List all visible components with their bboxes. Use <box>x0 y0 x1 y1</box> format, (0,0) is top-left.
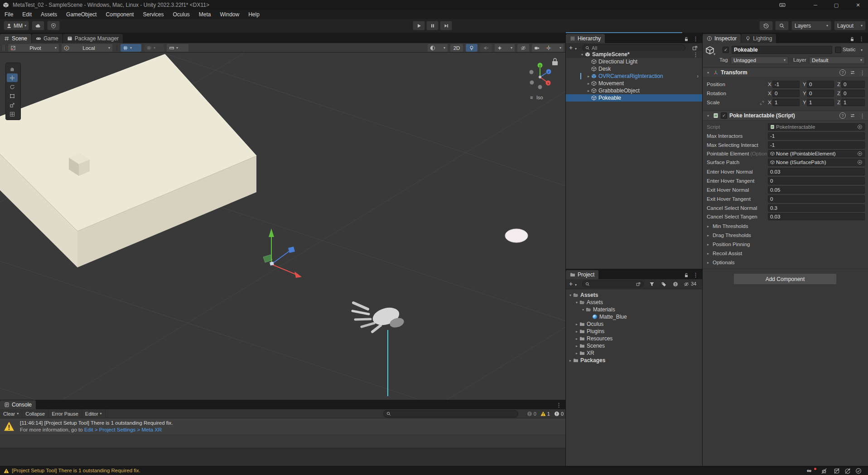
foldout-icon[interactable]: ▾ <box>568 293 573 297</box>
axis-z-label[interactable]: z <box>548 70 550 73</box>
kebab-icon[interactable]: ⋮ <box>858 36 864 42</box>
create-add-caret[interactable]: ▾ <box>575 47 577 51</box>
menu-window[interactable]: Window <box>216 11 244 18</box>
scene-lighting-toggle[interactable] <box>466 44 477 52</box>
kebab-icon[interactable]: ⋮ <box>859 113 865 119</box>
hierarchy-row-scene[interactable]: ▾ SampleScene* ⋮ <box>566 51 702 58</box>
lock-icon[interactable] <box>684 36 689 42</box>
scale-x-field[interactable]: 1 <box>772 99 800 106</box>
hierarchy-row-prefab[interactable]: ▸ OVRCameraRigInteraction › <box>566 73 702 80</box>
active-checkbox[interactable]: ✓ <box>723 47 729 53</box>
help-icon[interactable]: ? <box>839 69 846 76</box>
transform-tool-button[interactable] <box>7 110 18 118</box>
tag-dropdown[interactable]: Untagged▾ <box>731 57 788 64</box>
hierarchy-row[interactable]: ▸ GrabbableObject <box>566 87 702 94</box>
foldout-icon[interactable]: ▸ <box>574 330 579 334</box>
transform-component-header[interactable]: ▾ Transform ? ⋮ <box>703 68 868 78</box>
project-row[interactable]: ▾ Assets <box>566 291 702 299</box>
lock-icon[interactable] <box>684 272 689 278</box>
layers-dropdown[interactable]: Layers▾ <box>791 21 831 30</box>
status-message[interactable]: [Project Setup Tool] There is 1 outstand… <box>12 468 140 473</box>
script-field[interactable]: PokeInteractable <box>768 123 865 131</box>
debugger-disabled-icon[interactable] <box>821 468 827 474</box>
kebab-icon[interactable]: ⋮ <box>859 70 865 76</box>
menu-oculus[interactable]: Oculus <box>168 11 194 18</box>
console-search-input[interactable] <box>383 410 518 417</box>
rotation-y-field[interactable]: 0 <box>807 90 834 97</box>
hierarchy-row[interactable]: ▸ Movement <box>566 80 702 87</box>
tool-handle-rotation-dropdown[interactable]: Local▾ <box>62 44 112 52</box>
foldout-icon[interactable]: ▾ <box>579 53 585 57</box>
project-row[interactable]: ▸ XR <box>566 349 702 357</box>
project-row[interactable]: ▸ Packages <box>566 357 702 364</box>
max-interactors-field[interactable]: -1 <box>768 132 865 140</box>
kebab-icon[interactable]: ⋮ <box>693 272 699 278</box>
poke-interactable-header[interactable]: ▾ ✓ Poke Interactable (Script) ? ⋮ <box>703 111 868 121</box>
project-search-input[interactable] <box>582 281 644 287</box>
compile-status-icon[interactable] <box>855 468 862 474</box>
foldout-icon[interactable]: ▾ <box>705 71 711 75</box>
icon-picker-caret[interactable]: ▾ <box>714 53 715 56</box>
search-by-label-icon[interactable] <box>661 281 666 287</box>
project-row[interactable]: ▸ Plugins <box>566 328 702 335</box>
pokeable-object[interactable] <box>505 229 528 242</box>
lock-icon[interactable] <box>552 58 558 65</box>
effects-dropdown[interactable]: ▾ <box>495 44 515 52</box>
foldout-min-thresholds[interactable]: ▸Min Thresholds <box>705 223 748 229</box>
scale-tool-button[interactable] <box>7 101 18 109</box>
increment-snap-dropdown[interactable]: ▾ <box>144 44 164 52</box>
minimize-button[interactable]: ─ <box>808 0 823 10</box>
menu-gameobject[interactable]: GameObject <box>62 11 101 18</box>
tab-project[interactable]: Project <box>566 270 598 279</box>
open-search-window-icon[interactable] <box>636 282 641 286</box>
tab-package-manager[interactable]: Package Manager <box>63 34 123 43</box>
layout-dropdown[interactable]: Layout▾ <box>834 21 866 30</box>
menu-edit[interactable]: Edit <box>18 11 36 18</box>
max-selecting-interactors-field[interactable]: -1 <box>768 141 865 149</box>
account-dropdown[interactable]: MM▾ <box>4 21 29 30</box>
create-add-caret[interactable]: ▾ <box>575 283 577 287</box>
position-x-field[interactable]: -1 <box>772 81 800 88</box>
layer-dropdown[interactable]: Default▾ <box>809 57 865 64</box>
cache-disabled-icon[interactable] <box>834 468 840 474</box>
cancel-select-normal-field[interactable]: 0.3 <box>768 204 865 212</box>
constrain-proportions-icon[interactable] <box>759 100 764 105</box>
kebab-icon[interactable]: ⋮ <box>693 52 699 58</box>
hierarchy-row[interactable]: Directional Light <box>566 58 702 65</box>
exit-hover-normal-field[interactable]: 0.05 <box>768 186 865 194</box>
foldout-recoil-assist[interactable]: ▸Recoil Assist <box>705 251 742 256</box>
menu-component[interactable]: Component <box>101 11 138 18</box>
project-row[interactable]: ▸ Resources <box>566 335 702 342</box>
help-icon[interactable]: ? <box>839 112 846 119</box>
menu-help[interactable]: Help <box>244 11 264 18</box>
surface-patch-field[interactable]: None (ISurfacePatch) <box>768 159 865 166</box>
create-add-button[interactable]: + <box>569 280 573 287</box>
enter-hover-normal-field[interactable]: 0.03 <box>768 168 865 175</box>
audio-mute-toggle[interactable] <box>480 44 492 52</box>
meta-icon[interactable]: ∞ <box>807 467 811 474</box>
scene-visibility-toggle[interactable] <box>517 44 529 52</box>
console-clear-button[interactable]: Clear▾ <box>0 409 22 418</box>
menu-file[interactable]: File <box>0 11 18 18</box>
presets-icon[interactable] <box>850 113 855 118</box>
import-warning-icon[interactable] <box>673 281 678 287</box>
pointable-element-field[interactable]: None (IPointableElement) <box>768 150 865 157</box>
tab-hierarchy[interactable]: Hierarchy <box>566 34 605 43</box>
tab-game[interactable]: Game <box>32 34 63 43</box>
hierarchy-row[interactable]: Desk <box>566 65 702 73</box>
axis-x-label[interactable]: x <box>547 82 549 85</box>
rotation-x-field[interactable]: 0 <box>772 90 800 97</box>
menu-meta[interactable]: Meta <box>194 11 216 18</box>
step-button[interactable] <box>440 21 452 30</box>
iso-label[interactable]: Iso <box>536 95 543 100</box>
console-editor-dropdown[interactable]: Editor▾ <box>82 409 106 418</box>
orientation-gizmo[interactable]: y z x <box>530 63 551 89</box>
tab-lighting[interactable]: Lighting <box>741 34 776 43</box>
add-component-button[interactable]: Add Component <box>733 273 837 285</box>
search-by-type-icon[interactable] <box>649 281 655 287</box>
grid-snapping-toggle[interactable]: ▾ <box>121 44 141 52</box>
error-count-icon[interactable] <box>554 411 559 417</box>
play-button[interactable] <box>413 21 425 30</box>
gameobject-type-icon[interactable] <box>705 46 714 55</box>
foldout-icon[interactable]: ▸ <box>568 359 573 363</box>
